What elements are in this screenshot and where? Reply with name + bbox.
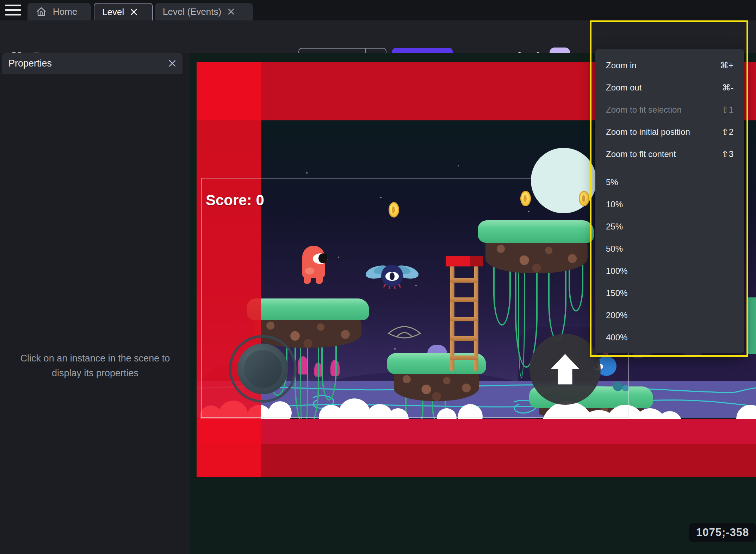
menu-item-zoom-5[interactable]: 5%	[595, 171, 744, 193]
score-text-instance[interactable]: Score: 0	[206, 192, 264, 209]
close-icon[interactable]	[130, 8, 138, 16]
properties-panel: Properties Click on an instance in the s…	[0, 53, 190, 554]
menu-item-zoom-25[interactable]: 25%	[595, 215, 744, 238]
tab-level-events[interactable]: Level (Events)	[155, 3, 253, 20]
zoom-options-menu: Zoom in ⌘+ Zoom out ⌘- Zoom to fit selec…	[595, 49, 744, 353]
properties-empty-message: Click on an instance in the scene to dis…	[10, 351, 180, 381]
menu-item-zoom-out[interactable]: Zoom out ⌘-	[595, 76, 744, 99]
tab-bar: Home Level Level (Events)	[0, 0, 756, 20]
menu-item-zoom-50[interactable]: 50%	[595, 238, 744, 260]
menu-item-zoom-150[interactable]: 150%	[595, 282, 744, 304]
platform-sliver	[748, 297, 756, 354]
menu-item-zoom-200[interactable]: 200%	[595, 304, 744, 326]
cursor-coordinates-badge: 1075;-358	[689, 523, 756, 542]
red-band-bottom-dark	[197, 444, 756, 477]
properties-title: Properties	[8, 58, 168, 69]
tab-home[interactable]: Home	[27, 3, 91, 20]
gdevelop-editor-window: Home Level Level (Events)	[0, 0, 756, 554]
menu-divider	[605, 168, 735, 168]
tab-label: Home	[53, 6, 77, 17]
close-icon[interactable]	[168, 59, 177, 68]
close-icon[interactable]	[227, 7, 235, 16]
menu-item-zoom-400[interactable]: 400%	[595, 326, 744, 348]
toolbar: Preview Publish	[0, 20, 756, 53]
tab-label: Level (Events)	[163, 6, 221, 17]
menu-item-zoom-100[interactable]: 100%	[595, 260, 744, 282]
arrow-up-icon	[545, 349, 585, 389]
properties-panel-header: Properties	[2, 53, 182, 74]
menu-item-zoom-in[interactable]: Zoom in ⌘+	[595, 54, 744, 76]
red-band-bottom	[197, 419, 756, 444]
menu-item-zoom-fit-content[interactable]: Zoom to fit content ⇧3	[595, 143, 744, 165]
main-menu-hamburger-button[interactable]	[5, 5, 21, 16]
tab-level[interactable]: Level	[94, 3, 153, 20]
menu-item-zoom-10[interactable]: 10%	[595, 193, 744, 215]
menu-item-zoom-initial-position[interactable]: Zoom to initial position ⇧2	[595, 121, 744, 143]
home-icon	[35, 6, 47, 18]
menu-item-zoom-fit-selection: Zoom to fit selection ⇧1	[595, 99, 744, 121]
tab-label: Level	[102, 7, 124, 18]
